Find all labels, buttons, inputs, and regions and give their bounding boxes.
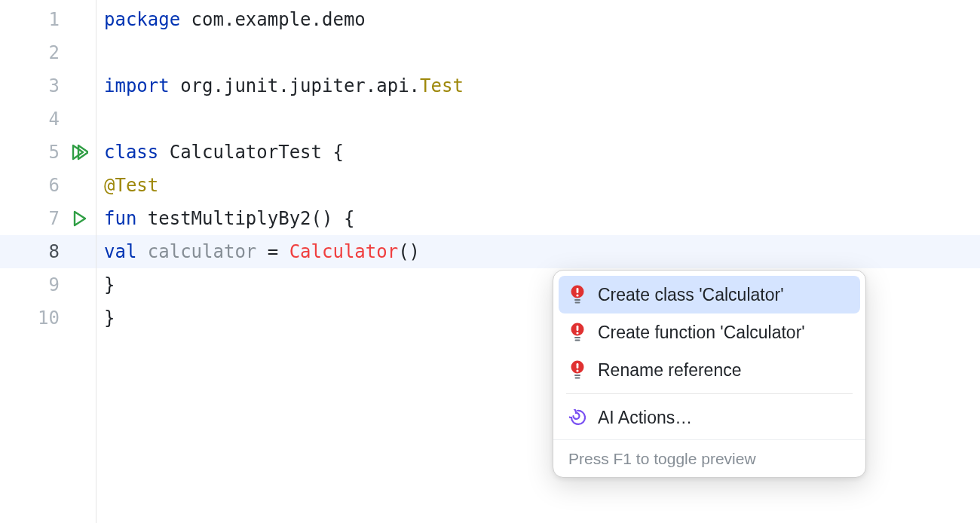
intention-create-function[interactable]: Create function 'Calculator' <box>559 313 860 351</box>
intention-actions-popup: Create class 'Calculator' Create functio… <box>553 270 866 478</box>
keyword-val: val <box>104 241 136 262</box>
keyword-fun: fun <box>104 208 136 229</box>
svg-rect-13 <box>574 375 580 376</box>
annotation-test: @Test <box>104 175 158 196</box>
import-class: Test <box>420 75 464 96</box>
gutter-row[interactable]: 7 <box>0 202 96 235</box>
svg-rect-4 <box>575 302 580 304</box>
svg-rect-1 <box>577 288 579 293</box>
import-package: org.junit.jupiter.api. <box>170 75 420 96</box>
line-number: 2 <box>26 42 60 63</box>
ai-spiral-icon <box>569 409 586 426</box>
line-number: 3 <box>26 75 60 96</box>
keyword-package: package <box>104 9 180 30</box>
code-line[interactable] <box>96 102 980 136</box>
unresolved-reference: Calculator <box>289 241 399 262</box>
intention-label: AI Actions… <box>598 408 692 428</box>
line-number: 1 <box>26 9 60 30</box>
intention-label: Create function 'Calculator' <box>598 323 805 343</box>
code-line[interactable]: package com.example.demo <box>96 3 980 36</box>
intention-create-class[interactable]: Create class 'Calculator' <box>559 276 860 313</box>
keyword-import: import <box>104 75 170 96</box>
popup-separator <box>566 393 853 394</box>
bulb-error-icon <box>569 285 586 304</box>
gutter-row[interactable]: 9 <box>0 268 96 301</box>
svg-rect-3 <box>574 299 580 301</box>
code-area[interactable]: package com.example.demo import org.juni… <box>96 0 980 523</box>
call-paren: () <box>398 241 420 262</box>
code-line[interactable]: fun testMultiplyBy2() { <box>96 202 980 235</box>
keyword-class: class <box>104 142 158 163</box>
svg-rect-9 <box>575 340 580 341</box>
function-name: testMultiplyBy2 <box>136 208 311 229</box>
function-paren: () { <box>311 208 355 229</box>
svg-point-7 <box>576 332 578 334</box>
svg-rect-8 <box>574 337 580 338</box>
brace-close: } <box>104 307 115 329</box>
code-line[interactable]: import org.junit.jupiter.api.Test <box>96 69 980 102</box>
code-line[interactable]: class CalculatorTest { <box>96 136 980 169</box>
gutter-row[interactable]: 6 <box>0 169 96 202</box>
line-number: 8 <box>26 241 60 262</box>
intention-label: Create class 'Calculator' <box>598 285 784 305</box>
gutter-row[interactable]: 3 <box>0 69 96 102</box>
gutter-row[interactable]: 8 <box>0 235 96 268</box>
line-number: 9 <box>26 274 60 295</box>
run-method-icon[interactable] <box>69 210 90 228</box>
bulb-error-icon <box>569 360 586 380</box>
code-editor: 1 2 3 4 5 6 7 <box>0 0 980 523</box>
brace-open: { <box>332 142 343 163</box>
line-number: 4 <box>26 109 60 130</box>
svg-rect-14 <box>575 378 580 379</box>
popup-footer-text: Press F1 to toggle preview <box>568 450 756 468</box>
gutter-row[interactable]: 4 <box>0 102 96 136</box>
line-number: 7 <box>26 208 60 229</box>
svg-rect-11 <box>577 363 579 369</box>
code-line[interactable] <box>96 36 980 69</box>
package-path: com.example.demo <box>180 9 366 30</box>
line-number: 10 <box>26 307 60 329</box>
svg-rect-6 <box>577 326 579 331</box>
line-number: 5 <box>26 142 60 163</box>
gutter-row[interactable]: 10 <box>0 301 96 335</box>
gutter-row[interactable]: 5 <box>0 136 96 169</box>
intention-ai-actions[interactable]: AI Actions… <box>559 399 860 436</box>
svg-point-2 <box>576 294 578 296</box>
line-number: 6 <box>26 175 60 196</box>
intention-rename-reference[interactable]: Rename reference <box>559 351 860 389</box>
equals: = <box>256 241 289 262</box>
brace-close: } <box>104 274 115 295</box>
bulb-error-icon <box>569 323 586 342</box>
gutter: 1 2 3 4 5 6 7 <box>0 0 96 523</box>
gutter-row[interactable]: 2 <box>0 36 96 69</box>
variable-name: calculator <box>136 241 256 262</box>
popup-footer-hint: Press F1 to toggle preview <box>553 439 865 477</box>
code-line-current[interactable]: val calculator = Calculator() <box>96 235 980 268</box>
intention-label: Rename reference <box>598 360 742 381</box>
code-line[interactable]: @Test <box>96 169 980 202</box>
run-class-icon[interactable] <box>69 143 90 161</box>
class-name: CalculatorTest <box>158 142 332 163</box>
svg-point-12 <box>576 369 578 372</box>
gutter-row[interactable]: 1 <box>0 3 96 36</box>
